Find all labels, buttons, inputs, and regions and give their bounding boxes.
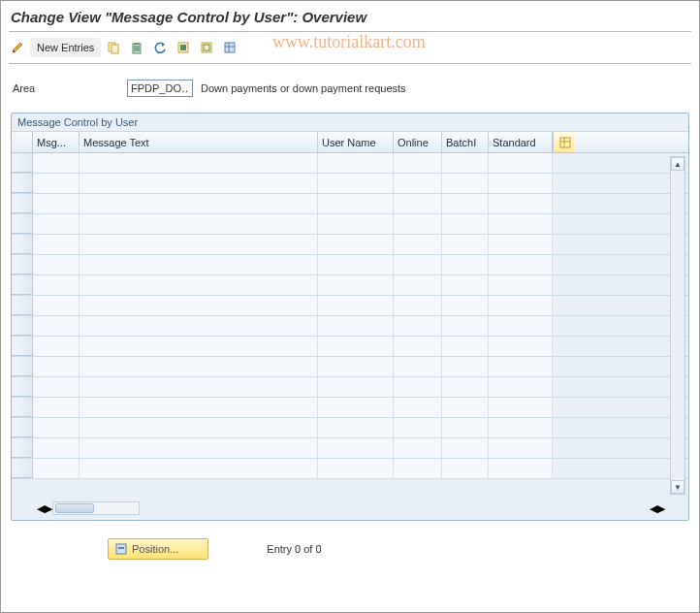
cell-standard[interactable]	[489, 357, 553, 376]
row-selector[interactable]	[12, 174, 33, 193]
cell-batch[interactable]	[442, 174, 489, 193]
cell-standard[interactable]	[489, 459, 553, 478]
cell-standard[interactable]	[489, 418, 553, 437]
row-selector[interactable]	[12, 296, 33, 315]
cell-online[interactable]	[394, 337, 442, 356]
cell-msg[interactable]	[33, 398, 80, 417]
table-config-button[interactable]	[553, 132, 576, 152]
cell-message-text[interactable]	[80, 255, 318, 274]
cell-batch[interactable]	[442, 255, 489, 274]
cell-online[interactable]	[394, 255, 442, 274]
row-selector[interactable]	[12, 418, 33, 437]
cell-online[interactable]	[394, 153, 442, 173]
col-header-user-name[interactable]: User Name	[318, 132, 394, 152]
row-selector[interactable]	[12, 377, 33, 397]
cell-message-text[interactable]	[80, 438, 318, 458]
cell-online[interactable]	[394, 438, 442, 458]
config-button[interactable]	[219, 38, 240, 57]
cell-msg[interactable]	[33, 316, 80, 336]
cell-msg[interactable]	[33, 235, 80, 254]
cell-standard[interactable]	[489, 194, 553, 213]
row-selector[interactable]	[12, 438, 33, 458]
cell-user-name[interactable]	[318, 398, 394, 417]
cell-batch[interactable]	[442, 418, 489, 437]
cell-message-text[interactable]	[80, 459, 318, 478]
cell-standard[interactable]	[489, 438, 553, 458]
cell-standard[interactable]	[489, 316, 553, 336]
cell-batch[interactable]	[442, 194, 489, 213]
cell-user-name[interactable]	[318, 438, 394, 458]
scroll-left-end-button[interactable]: ◀	[650, 502, 657, 515]
cell-message-text[interactable]	[80, 194, 318, 213]
cell-online[interactable]	[394, 194, 442, 213]
cell-user-name[interactable]	[318, 357, 394, 376]
row-selector-header[interactable]	[12, 132, 33, 152]
cell-online[interactable]	[394, 235, 442, 254]
cell-batch[interactable]	[442, 316, 489, 336]
col-header-msg[interactable]: Msg...	[33, 132, 80, 152]
cell-standard[interactable]	[489, 275, 553, 295]
cell-standard[interactable]	[489, 174, 553, 193]
cell-online[interactable]	[394, 174, 442, 193]
cell-msg[interactable]	[33, 214, 80, 234]
cell-message-text[interactable]	[80, 275, 318, 295]
hscroll-thumb[interactable]	[55, 503, 94, 513]
cell-online[interactable]	[394, 296, 442, 315]
cell-msg[interactable]	[33, 275, 80, 295]
undo-button[interactable]	[149, 38, 171, 57]
cell-batch[interactable]	[442, 337, 489, 356]
cell-online[interactable]	[394, 398, 442, 417]
cell-user-name[interactable]	[318, 194, 394, 213]
row-selector[interactable]	[12, 398, 33, 417]
scroll-left-button[interactable]: ◀	[37, 502, 45, 515]
copy-as-button[interactable]	[103, 38, 124, 57]
cell-message-text[interactable]	[80, 418, 318, 437]
select-all-button[interactable]	[173, 38, 194, 57]
hscroll-track[interactable]	[52, 501, 140, 515]
deselect-all-button[interactable]	[196, 38, 217, 57]
row-selector[interactable]	[12, 357, 33, 376]
col-header-batch[interactable]: BatchI	[442, 132, 489, 152]
cell-user-name[interactable]	[318, 296, 394, 315]
cell-online[interactable]	[394, 275, 442, 295]
cell-message-text[interactable]	[80, 235, 318, 254]
cell-msg[interactable]	[33, 377, 80, 397]
area-input[interactable]	[127, 80, 193, 97]
scroll-right-button[interactable]: ▶	[45, 502, 52, 515]
cell-batch[interactable]	[442, 296, 489, 315]
cell-online[interactable]	[394, 214, 442, 234]
row-selector[interactable]	[12, 275, 33, 295]
cell-user-name[interactable]	[318, 377, 394, 397]
cell-message-text[interactable]	[80, 214, 318, 234]
cell-batch[interactable]	[442, 438, 489, 458]
row-selector[interactable]	[12, 214, 33, 234]
cell-batch[interactable]	[442, 235, 489, 254]
cell-batch[interactable]	[442, 214, 489, 234]
cell-batch[interactable]	[442, 377, 489, 397]
cell-message-text[interactable]	[80, 377, 318, 397]
scroll-right-end-button[interactable]: ▶	[657, 502, 665, 515]
cell-batch[interactable]	[442, 357, 489, 376]
cell-message-text[interactable]	[80, 316, 318, 336]
cell-msg[interactable]	[33, 337, 80, 356]
cell-user-name[interactable]	[318, 418, 394, 437]
cell-standard[interactable]	[489, 153, 553, 173]
cell-msg[interactable]	[33, 194, 80, 213]
cell-standard[interactable]	[489, 337, 553, 356]
cell-user-name[interactable]	[318, 255, 394, 274]
cell-online[interactable]	[394, 377, 442, 397]
cell-msg[interactable]	[33, 153, 80, 173]
cell-message-text[interactable]	[80, 153, 318, 173]
cell-msg[interactable]	[33, 296, 80, 315]
scroll-down-button[interactable]: ▼	[671, 480, 684, 494]
cell-message-text[interactable]	[80, 296, 318, 315]
cell-msg[interactable]	[33, 174, 80, 193]
cell-msg[interactable]	[33, 418, 80, 437]
delete-button[interactable]	[126, 38, 147, 57]
cell-msg[interactable]	[33, 459, 80, 478]
cell-standard[interactable]	[489, 214, 553, 234]
cell-message-text[interactable]	[80, 174, 318, 193]
cell-online[interactable]	[394, 418, 442, 437]
cell-standard[interactable]	[489, 296, 553, 315]
cell-online[interactable]	[394, 316, 442, 336]
